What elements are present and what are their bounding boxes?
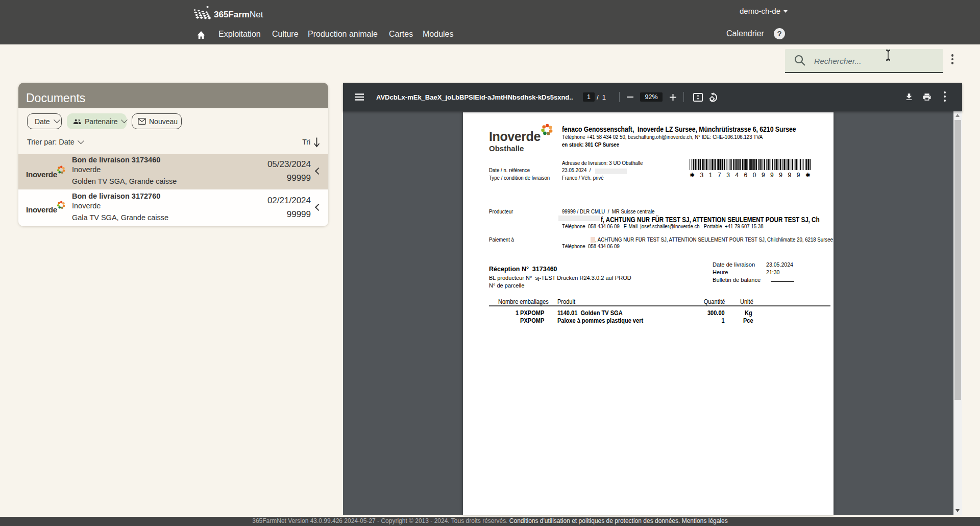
svg-text:Inoverde: Inoverde [26,205,57,214]
svg-text:Inoverde: Inoverde [489,129,541,144]
svg-text:Inoverde: Inoverde [26,170,57,179]
